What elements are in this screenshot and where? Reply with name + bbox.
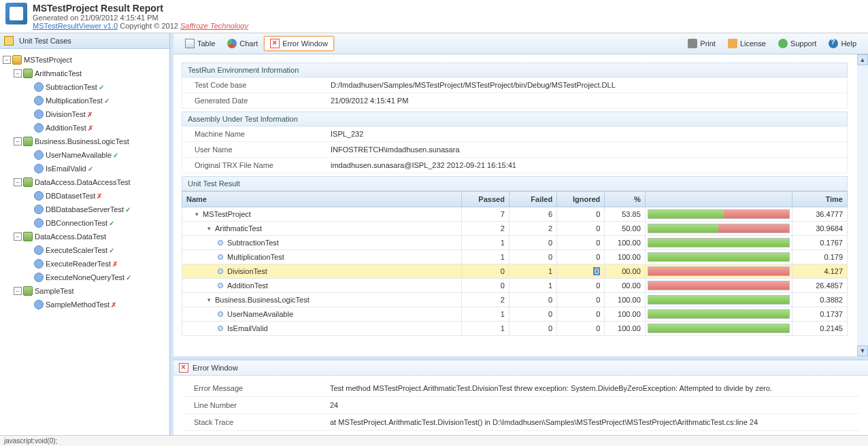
node-icon (34, 191, 44, 201)
tree-label: DataAccess.DataAccessTest (35, 178, 131, 186)
time-value: 30.9684 (792, 222, 847, 236)
progress-bar (648, 252, 790, 262)
tree-node[interactable]: ExecuteNoneQueryTest✓ (3, 271, 167, 284)
tree-node[interactable]: −MSTestProject (3, 53, 167, 67)
tree-node[interactable]: −Business.BusinessLogicTest (3, 135, 167, 148)
result-row[interactable]: SubtractionTest100100.000.1767 (182, 236, 848, 250)
table-icon (185, 39, 195, 48)
tree-label: ExecuteScalerTest (46, 246, 107, 254)
help-button[interactable]: Help (822, 36, 863, 51)
ignored-value: 0 (557, 307, 605, 322)
machine-value: ISPL_232 (331, 130, 363, 138)
time-value: 0.1767 (792, 236, 847, 250)
error-msg-label: Error Message (194, 384, 330, 392)
passed-value: 7 (461, 207, 509, 222)
error-window-button[interactable]: Error Window (264, 36, 334, 51)
table-button[interactable]: Table (179, 36, 221, 51)
tree-node[interactable]: SampleMethodTest✗ (3, 298, 167, 311)
company-link[interactable]: Saffroze Technology (180, 22, 248, 30)
tree-node[interactable]: −ArithmaticTest (3, 67, 167, 80)
tree-node[interactable]: DBDatasetTest✗ (3, 189, 167, 203)
result-row[interactable]: AdditionTest01000.0026.4857 (182, 279, 848, 293)
tree-label: IsEmailValid (46, 165, 86, 173)
tree-node[interactable]: IsEmailValid✓ (3, 162, 167, 175)
tree-node[interactable]: DivisionTest✗ (3, 107, 167, 121)
error-panel: Error Window Error MessageTest method MS… (173, 360, 868, 435)
passed-value: 0 (461, 264, 509, 279)
tree-node[interactable]: −DataAccess.DataTest (3, 230, 167, 243)
pct-value: 100.00 (605, 307, 645, 322)
generated-line: Generated on 21/09/2012 4:15:41 PM (33, 14, 248, 22)
content-area: ▲ ▼ TestRun Environment Information Test… (173, 54, 868, 356)
result-row[interactable]: DivisionTest01000.004.127 (182, 264, 848, 279)
tree-node[interactable]: ExecuteScalerTest✓ (3, 243, 167, 257)
node-icon (34, 273, 44, 282)
pct-value: 00.00 (605, 264, 645, 279)
progress-bar (648, 209, 790, 219)
tree-node[interactable]: −SampleTest (3, 284, 167, 298)
time-value: 0.179 (792, 250, 847, 264)
tree-node[interactable]: SubtractionTest✓ (3, 80, 167, 94)
scroll-up-button[interactable]: ▲ (857, 54, 868, 65)
ignored-value: 0 (557, 322, 605, 336)
col-ignored[interactable]: Ignored (557, 192, 605, 207)
codebase-label: Test Code base (195, 81, 331, 89)
col-name[interactable]: Name (182, 192, 462, 207)
scrollbar[interactable] (857, 65, 868, 345)
progress-bar (648, 324, 790, 333)
test-tree: −MSTestProject−ArithmaticTestSubtraction… (0, 49, 169, 315)
tree-toggler[interactable]: − (14, 178, 22, 186)
result-row[interactable]: ▾ArithmaticTest22050.0030.9684 (182, 222, 848, 236)
tree-node[interactable]: AdditionTest✗ (3, 121, 167, 135)
support-button[interactable]: Support (772, 36, 823, 51)
failed-value: 0 (509, 250, 556, 264)
tree-node[interactable]: ExecuteReaderTest✗ (3, 257, 167, 271)
viewer-link[interactable]: MSTestResultViewer v1.0 (33, 22, 118, 30)
col-failed[interactable]: Failed (509, 192, 556, 207)
tree-node[interactable]: −DataAccess.DataAccessTest (3, 175, 167, 189)
passed-value: 2 (461, 293, 509, 307)
bullet-icon (218, 283, 223, 288)
result-row[interactable]: UserNameAvailable100100.000.1737 (182, 307, 848, 322)
scroll-down-button[interactable]: ▼ (857, 345, 868, 356)
node-icon (34, 82, 44, 92)
row-name: SubtractionTest (227, 239, 279, 247)
row-toggler[interactable]: ▾ (193, 211, 200, 218)
env-section-title: TestRun Environment Information (182, 63, 848, 77)
col-passed[interactable]: Passed (461, 192, 509, 207)
node-icon (12, 55, 22, 65)
node-icon (23, 69, 33, 78)
chart-button[interactable]: Chart (221, 36, 264, 51)
tree-toggler[interactable]: − (14, 69, 22, 77)
tree-toggler[interactable]: − (14, 137, 22, 145)
support-icon (778, 39, 788, 48)
col-pct[interactable]: % (605, 192, 645, 207)
tree-node[interactable]: DBConnectionTest✓ (3, 216, 167, 230)
row-toggler[interactable]: ▾ (205, 225, 212, 232)
print-button[interactable]: Print (682, 36, 722, 51)
tree-node[interactable]: DBDatabaseServerTest✓ (3, 203, 167, 216)
license-button[interactable]: License (722, 36, 772, 51)
row-toggler[interactable]: ▾ (205, 296, 212, 303)
col-time[interactable]: Time (792, 192, 847, 207)
pct-value: 100.00 (605, 322, 645, 336)
passed-value: 1 (461, 322, 509, 336)
pct-value: 100.00 (605, 250, 645, 264)
passed-value: 1 (461, 250, 509, 264)
tree-label: DBConnectionTest (46, 219, 107, 227)
pct-value: 100.00 (605, 236, 645, 250)
result-row[interactable]: MultiplicationTest100100.000.179 (182, 250, 848, 264)
tree-toggler[interactable]: − (14, 232, 22, 241)
result-row[interactable]: IsEmailValid100100.000.2145 (182, 322, 848, 336)
result-row[interactable]: ▾MSTestProject76053.8536.4777 (182, 207, 848, 222)
tree-node[interactable]: UserNameAvailable✓ (3, 148, 167, 162)
status-pass-icon: ✓ (104, 97, 110, 105)
sidebar-title: Unit Test Cases (19, 37, 71, 45)
result-row[interactable]: ▾Business.BusinessLogicTest200100.000.38… (182, 293, 848, 307)
tree-toggler[interactable]: − (3, 56, 11, 64)
tree-node[interactable]: MultiplicationTest✓ (3, 94, 167, 107)
bullet-icon (218, 240, 223, 245)
progress-bar (648, 266, 790, 276)
progress-bar (648, 224, 790, 233)
tree-toggler[interactable]: − (14, 287, 22, 295)
